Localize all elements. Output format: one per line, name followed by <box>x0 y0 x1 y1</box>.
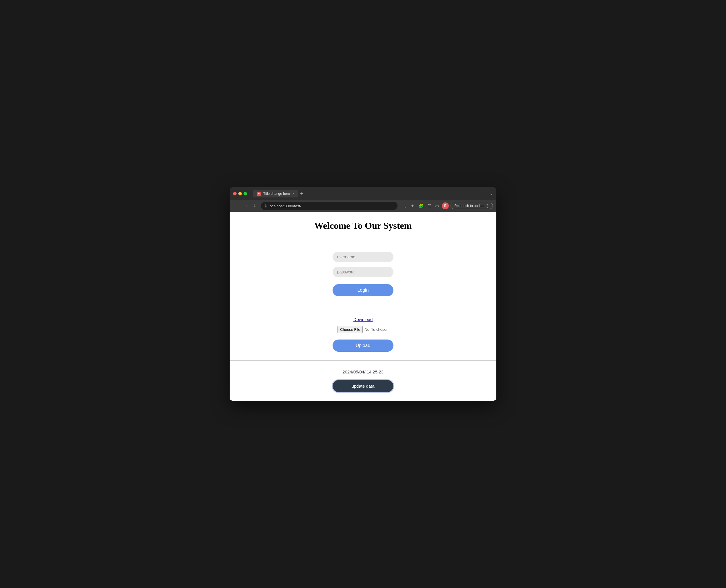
relaunch-label: Relaunch to update <box>454 204 485 208</box>
relaunch-more-icon: ⋮ <box>486 204 489 208</box>
maximize-button[interactable] <box>243 192 247 195</box>
address-bar[interactable] <box>269 204 394 208</box>
data-section: 2024/05/04/ 14:25:23 update data <box>230 361 496 401</box>
login-button[interactable]: Login <box>333 284 393 296</box>
tab-dropdown-icon[interactable]: ∨ <box>490 191 493 196</box>
reader-mode-icon[interactable]: ▭ <box>434 202 440 209</box>
new-tab-button[interactable]: + <box>300 191 303 196</box>
browser-content: Welcome To Our System Login Download Cho… <box>230 212 496 401</box>
tab-bar: ♥ Title change here × + <box>253 190 488 197</box>
browser-window: ♥ Title change here × + ∨ ← → ↻ ⓘ ⍽ ★ 🧩 … <box>230 187 496 401</box>
timestamp-label: 2024/05/04/ 14:25:23 <box>342 370 384 374</box>
tab-favicon-icon: ♥ <box>257 192 261 196</box>
browser-navbar: ← → ↻ ⓘ ⍽ ★ 🧩 ☷ ▭ E Relaunch to update ⋮ <box>230 200 496 212</box>
minimize-button[interactable] <box>238 192 242 195</box>
nav-right-icons: ⍽ ★ 🧩 ☷ ▭ E Relaunch to update ⋮ <box>402 202 493 209</box>
relaunch-button[interactable]: Relaunch to update ⋮ <box>451 203 493 209</box>
extensions-icon[interactable]: 🧩 <box>417 202 425 209</box>
download-link[interactable]: Download <box>354 317 373 322</box>
forward-button[interactable]: → <box>242 202 249 209</box>
active-tab[interactable]: ♥ Title change here × <box>253 190 298 197</box>
tab-title: Title change here <box>263 192 290 196</box>
tab-manager-icon[interactable]: ☷ <box>426 202 432 209</box>
choose-file-button[interactable]: Choose File <box>338 326 363 333</box>
share-icon[interactable]: ⍽ <box>402 202 408 209</box>
reload-button[interactable]: ↻ <box>252 202 259 209</box>
address-bar-wrapper: ⓘ <box>261 202 398 210</box>
bookmark-icon[interactable]: ★ <box>409 202 415 209</box>
browser-titlebar: ♥ Title change here × + ∨ <box>230 187 496 200</box>
username-input[interactable] <box>333 252 393 262</box>
page-title: Welcome To Our System <box>235 220 491 231</box>
upload-section: Download Choose File No file chosen Uplo… <box>230 308 496 361</box>
page-header: Welcome To Our System <box>230 212 496 240</box>
back-button[interactable]: ← <box>233 202 240 209</box>
login-section: Login <box>230 240 496 308</box>
upload-button[interactable]: Upload <box>333 339 393 352</box>
tab-close-icon[interactable]: × <box>292 192 294 195</box>
lock-icon: ⓘ <box>264 204 267 208</box>
no-file-label: No file chosen <box>364 327 388 332</box>
profile-avatar[interactable]: E <box>442 202 449 209</box>
update-data-button[interactable]: update data <box>333 380 393 392</box>
password-input[interactable] <box>333 267 393 277</box>
file-input-wrapper: Choose File No file chosen <box>338 326 388 333</box>
close-button[interactable] <box>233 192 237 195</box>
traffic-lights <box>233 192 247 195</box>
